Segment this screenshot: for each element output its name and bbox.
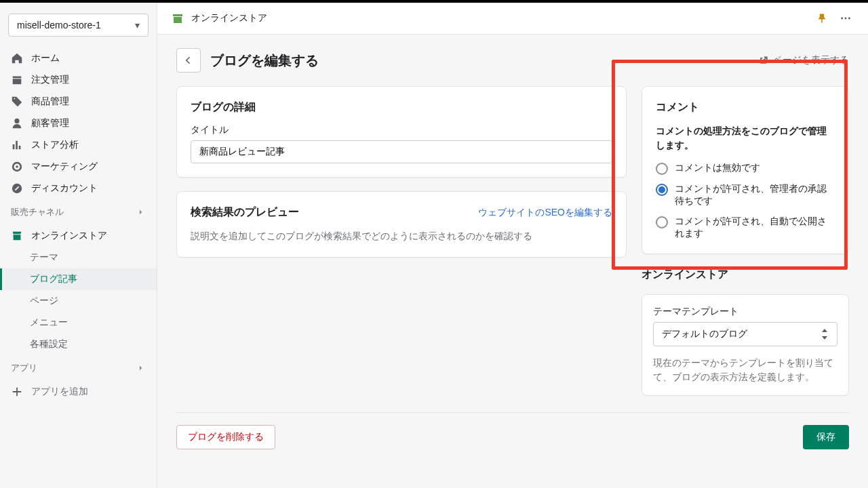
sidebar-item-discounts[interactable]: ディスカウント: [0, 178, 157, 199]
sidebar-sub-blog-posts[interactable]: ブログ記事: [0, 268, 157, 290]
nav-label: ストア分析: [31, 139, 79, 151]
store-name: misell-demo-store-1: [17, 20, 101, 30]
marketing-icon: [11, 161, 23, 173]
caret-down-icon: ▾: [135, 20, 140, 30]
nav-label: ページ: [30, 295, 58, 307]
edit-seo-link[interactable]: ウェブサイトのSEOを編集する: [478, 207, 612, 219]
sidebar-item-orders[interactable]: 注文管理: [0, 69, 157, 91]
discounts-icon: [11, 182, 23, 195]
comments-subheading: コメントの処理方法をこのブログで管理します。: [656, 124, 835, 152]
pin-button[interactable]: [814, 10, 830, 26]
view-page-link[interactable]: ページを表示する: [758, 54, 849, 66]
sidebar-sub-themes[interactable]: テーマ: [0, 247, 157, 268]
updown-icon: [821, 329, 829, 340]
card-heading: コメント: [656, 100, 835, 115]
radio-label: コメントが許可され、自動で公開されます: [675, 216, 835, 240]
radio-label: コメントは無効です: [675, 162, 760, 174]
apps-section[interactable]: アプリ: [0, 355, 157, 381]
template-desc: 現在のテーマからテンプレートを割り当てて、ブログの表示方法を定義します。: [653, 356, 837, 384]
sidebar-item-home[interactable]: ホーム: [0, 47, 157, 69]
app-logo-icon: [171, 12, 184, 25]
section-label: 販売チャネル: [11, 206, 64, 218]
nav-label: 注文管理: [31, 74, 69, 86]
template-card: テーマテンプレート デフォルトのブログ 現在のテーマからテンプレートを割り当てて…: [642, 294, 849, 396]
template-label: テーマテンプレート: [653, 306, 837, 318]
nav-label: ブログ記事: [30, 273, 77, 285]
sidebar-item-online-store[interactable]: オンラインストア: [0, 225, 157, 247]
svg-point-3: [841, 18, 843, 20]
template-select[interactable]: デフォルトのブログ: [653, 322, 837, 346]
comment-option-disabled[interactable]: コメントは無効です: [656, 162, 835, 175]
nav-label: ディスカウント: [31, 182, 98, 195]
section-label: アプリ: [11, 362, 37, 374]
sidebar-item-customers[interactable]: 顧客管理: [0, 113, 157, 134]
delete-blog-button[interactable]: ブログを削除する: [176, 425, 275, 449]
svg-point-4: [845, 18, 847, 20]
radio-icon: [656, 216, 668, 228]
sidebar-item-products[interactable]: 商品管理: [0, 91, 157, 113]
save-button[interactable]: 保存: [803, 425, 849, 449]
nav-label: テーマ: [30, 251, 58, 264]
svg-point-5: [848, 18, 850, 20]
chevron-right-icon: [136, 363, 146, 373]
card-heading: 検索結果のプレビュー: [191, 205, 299, 220]
section-heading: オンラインストア: [642, 268, 849, 282]
chevron-right-icon: [136, 207, 146, 217]
external-link-icon: [758, 55, 769, 66]
comment-option-auto[interactable]: コメントが許可され、自動で公開されます: [656, 216, 835, 240]
card-heading: ブログの詳細: [191, 100, 612, 115]
svg-rect-2: [174, 17, 182, 23]
back-button[interactable]: [176, 48, 201, 73]
nav-label: メニュー: [30, 317, 68, 329]
nav-label: アプリを追加: [31, 386, 88, 398]
nav-label: マーケティング: [31, 161, 98, 173]
sidebar-sub-navigation[interactable]: メニュー: [0, 312, 157, 333]
radio-icon: [656, 163, 668, 175]
home-icon: [11, 52, 23, 64]
seo-card: 検索結果のプレビュー ウェブサイトのSEOを編集する 説明文を追加してこのブログ…: [176, 191, 627, 258]
comments-card: コメント コメントの処理方法をこのブログで管理します。 コメントは無効です コメ…: [642, 86, 849, 254]
view-page-label: ページを表示する: [773, 54, 849, 66]
radio-label: コメントが許可され、管理者の承認待ちです: [675, 183, 835, 207]
sales-channels-section[interactable]: 販売チャネル: [0, 199, 157, 225]
nav-label: 各種設定: [30, 338, 68, 350]
title-label: タイトル: [191, 124, 612, 136]
sidebar-item-analytics[interactable]: ストア分析: [0, 134, 157, 156]
comment-option-moderated[interactable]: コメントが許可され、管理者の承認待ちです: [656, 183, 835, 207]
analytics-icon: [11, 139, 23, 151]
topbar: オンラインストア: [157, 3, 868, 35]
orders-icon: [11, 74, 23, 86]
svg-rect-1: [173, 14, 182, 16]
sidebar-sub-preferences[interactable]: 各種設定: [0, 333, 157, 355]
sidebar-sub-pages[interactable]: ページ: [0, 290, 157, 312]
seo-description: 説明文を追加してこのブログが検索結果でどのように表示されるのかを確認する: [191, 229, 612, 243]
topbar-title: オンラインストア: [191, 12, 267, 24]
radio-checked-icon: [656, 184, 668, 196]
store-selector[interactable]: misell-demo-store-1 ▾: [8, 14, 149, 37]
page-title: ブログを編集する: [210, 52, 319, 70]
store-icon: [11, 230, 23, 242]
sidebar-add-app[interactable]: アプリを追加: [0, 381, 157, 403]
products-icon: [11, 96, 23, 108]
nav-label: ホーム: [31, 52, 60, 64]
more-button[interactable]: [837, 9, 854, 27]
customers-icon: [11, 117, 23, 129]
nav-label: 商品管理: [31, 96, 69, 108]
plus-icon: [11, 386, 23, 398]
blog-details-card: ブログの詳細 タイトル: [176, 86, 627, 178]
blog-title-input[interactable]: [191, 140, 612, 163]
online-store-section: オンラインストア テーマテンプレート デフォルトのブログ 現在のテーマからテンプ…: [642, 268, 849, 396]
select-value: デフォルトのブログ: [662, 328, 747, 340]
nav-label: オンラインストア: [31, 230, 107, 242]
sidebar-item-marketing[interactable]: マーケティング: [0, 156, 157, 178]
nav-label: 顧客管理: [31, 117, 69, 129]
